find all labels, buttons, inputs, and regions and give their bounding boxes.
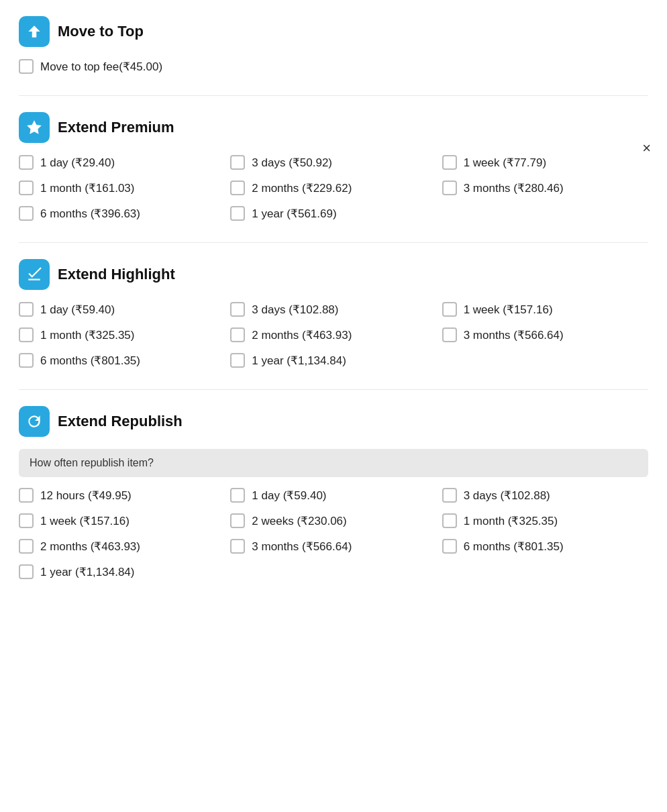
republish-label-8: 6 months (₹801.35) bbox=[464, 540, 564, 554]
highlight-checkbox-3[interactable] bbox=[19, 327, 34, 342]
move-to-top-header: Move to Top bbox=[19, 16, 648, 47]
premium-label-3: 1 month (₹161.03) bbox=[40, 181, 134, 195]
premium-checkbox-7[interactable] bbox=[230, 206, 245, 221]
list-item: 1 week (₹157.16) bbox=[442, 302, 648, 317]
highlight-icon bbox=[25, 266, 43, 283]
list-item: 1 day (₹29.40) bbox=[19, 155, 225, 170]
extend-premium-section: Extend Premium 1 day (₹29.40)3 days (₹50… bbox=[19, 112, 648, 221]
republish-label-7: 3 months (₹566.64) bbox=[252, 540, 352, 554]
list-item: 3 months (₹566.64) bbox=[230, 539, 436, 554]
list-item: 1 year (₹561.69) bbox=[230, 206, 436, 221]
premium-label-2: 1 week (₹77.79) bbox=[464, 156, 546, 170]
extend-highlight-icon bbox=[19, 259, 50, 290]
list-item: 1 year (₹1,134.84) bbox=[19, 564, 225, 579]
premium-label-1: 3 days (₹50.92) bbox=[252, 156, 332, 170]
highlight-checkbox-7[interactable] bbox=[230, 353, 245, 368]
divider-2 bbox=[19, 242, 648, 243]
highlight-checkbox-5[interactable] bbox=[442, 327, 457, 342]
republish-checkbox-6[interactable] bbox=[19, 539, 34, 554]
list-item: 12 hours (₹49.95) bbox=[19, 488, 225, 503]
move-to-top-title: Move to Top bbox=[58, 23, 144, 40]
move-to-top-icon bbox=[19, 16, 50, 47]
list-item: 2 months (₹229.62) bbox=[230, 181, 436, 195]
extend-highlight-title: Extend Highlight bbox=[58, 266, 175, 283]
list-item: 1 day (₹59.40) bbox=[230, 488, 436, 503]
extend-premium-icon bbox=[19, 112, 50, 143]
extend-highlight-section: Extend Highlight 1 day (₹59.40)3 days (₹… bbox=[19, 259, 648, 368]
republish-banner: How often republish item? bbox=[19, 449, 648, 477]
highlight-checkbox-0[interactable] bbox=[19, 302, 34, 317]
refresh-icon bbox=[25, 413, 43, 430]
republish-checkbox-1[interactable] bbox=[230, 488, 245, 503]
arrow-up-icon bbox=[25, 23, 43, 40]
highlight-label-1: 3 days (₹102.88) bbox=[252, 303, 338, 317]
highlight-label-6: 6 months (₹801.35) bbox=[40, 354, 140, 368]
move-to-top-section: Move to Top Move to top fee(₹45.00) bbox=[19, 16, 648, 74]
republish-label-9: 1 year (₹1,134.84) bbox=[40, 565, 134, 579]
list-item: 6 months (₹801.35) bbox=[19, 353, 225, 368]
star-icon bbox=[25, 119, 43, 136]
move-to-top-fee-label: Move to top fee(₹45.00) bbox=[40, 60, 162, 74]
premium-checkbox-2[interactable] bbox=[442, 155, 457, 170]
republish-label-1: 1 day (₹59.40) bbox=[252, 489, 326, 503]
list-item: 2 weeks (₹230.06) bbox=[230, 513, 436, 528]
highlight-checkbox-1[interactable] bbox=[230, 302, 245, 317]
move-to-top-fee-row: Move to top fee(₹45.00) bbox=[19, 59, 648, 74]
extend-premium-title: Extend Premium bbox=[58, 119, 174, 136]
highlight-checkbox-2[interactable] bbox=[442, 302, 457, 317]
list-item: 1 week (₹77.79) bbox=[442, 155, 648, 170]
list-item: 3 months (₹566.64) bbox=[442, 327, 648, 342]
premium-label-5: 3 months (₹280.46) bbox=[464, 181, 564, 195]
list-item: 1 month (₹325.35) bbox=[19, 327, 225, 342]
premium-checkbox-0[interactable] bbox=[19, 155, 34, 170]
republish-checkbox-8[interactable] bbox=[442, 539, 457, 554]
list-item: 6 months (₹801.35) bbox=[442, 539, 648, 554]
divider-3 bbox=[19, 389, 648, 390]
extend-premium-grid: 1 day (₹29.40)3 days (₹50.92)1 week (₹77… bbox=[19, 155, 648, 221]
move-to-top-fee-checkbox[interactable] bbox=[19, 59, 34, 74]
list-item: 3 days (₹102.88) bbox=[442, 488, 648, 503]
highlight-label-7: 1 year (₹1,134.84) bbox=[252, 354, 346, 368]
republish-label-5: 1 month (₹325.35) bbox=[464, 514, 558, 528]
highlight-label-4: 2 months (₹463.93) bbox=[252, 328, 352, 342]
republish-checkbox-5[interactable] bbox=[442, 513, 457, 528]
premium-checkbox-3[interactable] bbox=[19, 181, 34, 195]
highlight-label-3: 1 month (₹325.35) bbox=[40, 328, 134, 342]
extend-premium-header: Extend Premium bbox=[19, 112, 648, 143]
premium-checkbox-1[interactable] bbox=[230, 155, 245, 170]
list-item: 1 month (₹325.35) bbox=[442, 513, 648, 528]
republish-checkbox-3[interactable] bbox=[19, 513, 34, 528]
highlight-checkbox-4[interactable] bbox=[230, 327, 245, 342]
republish-checkbox-9[interactable] bbox=[19, 564, 34, 579]
highlight-label-5: 3 months (₹566.64) bbox=[464, 328, 564, 342]
close-button[interactable]: × bbox=[642, 141, 651, 156]
extend-republish-grid: 12 hours (₹49.95)1 day (₹59.40)3 days (₹… bbox=[19, 488, 648, 579]
list-item: 3 days (₹50.92) bbox=[230, 155, 436, 170]
list-item: 1 day (₹59.40) bbox=[19, 302, 225, 317]
republish-checkbox-7[interactable] bbox=[230, 539, 245, 554]
republish-checkbox-4[interactable] bbox=[230, 513, 245, 528]
republish-checkbox-0[interactable] bbox=[19, 488, 34, 503]
premium-checkbox-4[interactable] bbox=[230, 181, 245, 195]
list-item: 2 months (₹463.93) bbox=[19, 539, 225, 554]
main-container: × Move to Top Move to top fee(₹45.00) bbox=[0, 0, 667, 617]
republish-checkbox-2[interactable] bbox=[442, 488, 457, 503]
premium-checkbox-5[interactable] bbox=[442, 181, 457, 195]
list-item: 1 year (₹1,134.84) bbox=[230, 353, 436, 368]
list-item: 1 month (₹161.03) bbox=[19, 181, 225, 195]
extend-highlight-header: Extend Highlight bbox=[19, 259, 648, 290]
extend-republish-title: Extend Republish bbox=[58, 413, 183, 430]
premium-label-0: 1 day (₹29.40) bbox=[40, 156, 115, 170]
premium-checkbox-6[interactable] bbox=[19, 206, 34, 221]
premium-label-6: 6 months (₹396.63) bbox=[40, 207, 140, 221]
extend-republish-section: Extend Republish How often republish ite… bbox=[19, 406, 648, 579]
republish-label-0: 12 hours (₹49.95) bbox=[40, 489, 132, 503]
republish-label-2: 3 days (₹102.88) bbox=[464, 489, 550, 503]
highlight-checkbox-6[interactable] bbox=[19, 353, 34, 368]
list-item: 6 months (₹396.63) bbox=[19, 206, 225, 221]
list-item: 3 days (₹102.88) bbox=[230, 302, 436, 317]
extend-republish-icon bbox=[19, 406, 50, 437]
premium-label-4: 2 months (₹229.62) bbox=[252, 181, 352, 195]
premium-label-7: 1 year (₹561.69) bbox=[252, 207, 336, 221]
republish-label-6: 2 months (₹463.93) bbox=[40, 540, 140, 554]
